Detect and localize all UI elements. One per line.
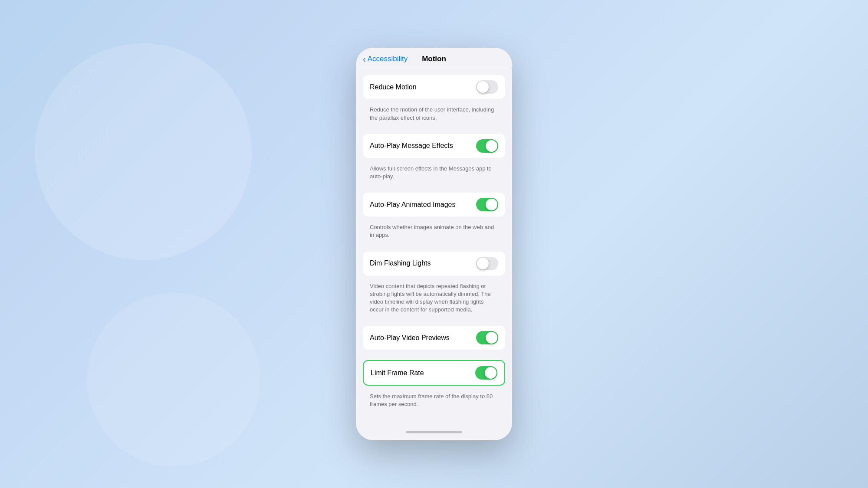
auto-play-animated-images-label: Auto-Play Animated Images (370, 201, 455, 209)
auto-play-animated-images-card: Auto-Play Animated Images (363, 193, 505, 216)
home-indicator (356, 428, 512, 440)
auto-play-video-previews-card: Auto-Play Video Previews (363, 326, 505, 350)
auto-play-video-previews-toggle[interactable] (476, 331, 498, 344)
limit-frame-rate-toggle-thumb (485, 367, 496, 379)
limit-frame-rate-card: Limit Frame Rate (363, 360, 505, 386)
limit-frame-rate-group: Limit Frame Rate Sets the maximum frame … (363, 360, 505, 413)
reduce-motion-row: Reduce Motion (363, 75, 505, 99)
reduce-motion-toggle-thumb (477, 81, 489, 93)
dim-flashing-lights-card: Dim Flashing Lights (363, 252, 505, 275)
dim-flashing-lights-description: Video content that depicts repeated flas… (363, 279, 505, 319)
auto-play-message-effects-description: Allows full-screen effects in the Messag… (363, 161, 505, 186)
phone-screen: ‹ Accessibility Motion Reduce Motion Red… (356, 48, 512, 440)
auto-play-message-effects-group: Auto-Play Message Effects Allows full-sc… (363, 134, 505, 186)
limit-frame-rate-toggle[interactable] (475, 366, 497, 380)
page-title: Motion (422, 55, 446, 63)
reduce-motion-toggle[interactable] (476, 80, 498, 94)
auto-play-message-effects-toggle-thumb (486, 140, 497, 152)
reduce-motion-description: Reduce the motion of the user interface,… (363, 102, 505, 127)
auto-play-message-effects-toggle[interactable] (476, 139, 498, 153)
reduce-motion-label: Reduce Motion (370, 83, 417, 91)
auto-play-message-effects-card: Auto-Play Message Effects (363, 134, 505, 158)
auto-play-message-effects-row: Auto-Play Message Effects (363, 134, 505, 158)
back-button[interactable]: ‹ Accessibility (363, 55, 408, 63)
auto-play-animated-images-toggle-thumb (486, 199, 497, 210)
back-chevron-icon: ‹ (363, 55, 366, 63)
limit-frame-rate-row: Limit Frame Rate (364, 361, 504, 385)
content-area: Reduce Motion Reduce the motion of the u… (356, 68, 512, 427)
limit-frame-rate-label: Limit Frame Rate (371, 369, 424, 377)
auto-play-animated-images-group: Auto-Play Animated Images Controls wheth… (363, 193, 505, 244)
auto-play-animated-images-toggle[interactable] (476, 198, 498, 211)
dim-flashing-lights-row: Dim Flashing Lights (363, 252, 505, 275)
reduce-motion-group: Reduce Motion Reduce the motion of the u… (363, 75, 505, 127)
auto-play-video-previews-toggle-thumb (486, 332, 497, 344)
auto-play-animated-images-description: Controls whether images animate on the w… (363, 220, 505, 244)
reduce-motion-card: Reduce Motion (363, 75, 505, 99)
dim-flashing-lights-label: Dim Flashing Lights (370, 259, 431, 267)
auto-play-video-previews-group: Auto-Play Video Previews (363, 326, 505, 353)
back-label: Accessibility (368, 55, 408, 63)
auto-play-video-previews-row: Auto-Play Video Previews (363, 326, 505, 350)
auto-play-animated-images-row: Auto-Play Animated Images (363, 193, 505, 216)
auto-play-message-effects-label: Auto-Play Message Effects (370, 142, 453, 150)
dim-flashing-lights-toggle[interactable] (476, 257, 498, 270)
dim-flashing-lights-toggle-thumb (477, 258, 489, 269)
navigation-bar: ‹ Accessibility Motion (356, 48, 512, 68)
dim-flashing-lights-group: Dim Flashing Lights Video content that d… (363, 252, 505, 319)
home-bar (406, 431, 462, 433)
limit-frame-rate-description: Sets the maximum frame rate of the displ… (363, 389, 505, 413)
auto-play-video-previews-label: Auto-Play Video Previews (370, 334, 450, 342)
